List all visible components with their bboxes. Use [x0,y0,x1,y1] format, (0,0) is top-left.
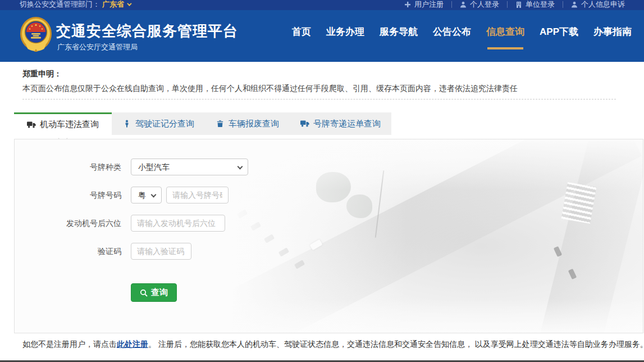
building-icon [515,1,522,8]
violation-query-panel: 号牌种类 小型汽车 号牌号码 粤 发动机号后六位 [14,139,643,333]
user-register-label: 用户注册 [414,0,444,10]
plate-number-label: 号牌号码 [15,187,121,203]
nav-item-handling-guide[interactable]: 办事指南 [593,26,632,38]
tab-vehicle-scrap-query[interactable]: 车辆报废查询 [205,112,290,135]
engine-number-input[interactable] [131,215,225,232]
truck-icon [27,121,36,129]
department-switcher: 切换公安交通管理部门： 广东省 [20,0,130,10]
province-prefix-select[interactable]: 粤 [131,187,162,203]
site-header: 交通安全综合服务管理平台 广东省公安厅交通管理局 首页 业务办理 服务导航 公告… [0,10,644,62]
personal-login-link[interactable]: 个人登录 [452,0,507,10]
account-links: 用户注册 个人登录 单位登录 个人信息申诉 [396,0,633,10]
tab-label: 号牌寄递运单查询 [313,119,381,129]
background-photo [216,139,643,333]
main-navigation: 首页 业务办理 服务导航 公告公布 信息查询 APP下载 办事指南 [292,26,632,38]
chevron-down-icon [237,164,243,170]
plus-icon [404,1,411,8]
plate-type-value: 小型汽车 [138,162,170,171]
tab-license-points-query[interactable]: 驾驶证记分查询 [112,112,205,135]
province-prefix-value: 粤 [138,191,146,200]
police-badge-logo [19,16,53,53]
user-icon [460,1,467,8]
nav-item-business[interactable]: 业务办理 [326,26,364,38]
unit-login-label: 单位登录 [526,0,555,10]
photo-shape [216,299,643,333]
chevron-down-icon [127,1,131,6]
trash-icon [216,120,225,128]
tab-label: 车辆报废查询 [229,119,279,129]
tab-label: 驾驶证记分查询 [135,119,194,129]
user-register-link[interactable]: 用户注册 [396,0,451,10]
site-subtitle: 广东省公安厅交通管理局 [57,42,138,52]
site-title: 交通安全综合服务管理平台 [56,21,238,41]
region-name: 广东省 [102,0,124,10]
query-button[interactable]: 查询 [131,283,177,302]
dashed-divider [22,99,616,99]
nav-item-app-download[interactable]: APP下载 [540,26,578,38]
tab-plate-delivery-query[interactable]: 号牌寄递运单查询 [290,112,391,135]
query-button-label: 查询 [151,287,168,298]
notice-title: 郑重申明： [22,69,62,79]
note-suffix: 。 注册后，您能获取您本人的机动车、驾驶证状态信息，交通违法信息和交通安全告知信… [148,340,644,349]
unit-login-link[interactable]: 单位登录 [508,0,563,10]
personal-login-label: 个人登录 [470,0,499,10]
top-utility-bar: 切换公安交通管理部门： 广东省 用户注册 个人登录 [0,0,644,10]
captcha-input[interactable] [131,243,191,260]
nav-item-home[interactable]: 首页 [292,26,311,38]
tab-label: 机动车违法查询 [40,119,99,130]
registration-note: 如您不是注册用户，请点击此处注册。 注册后，您能获取您本人的机动车、驾驶证状态信… [22,340,644,350]
query-tabs: 机动车违法查询 驾驶证记分查询 车辆报废查询 号牌寄递运单查询 [14,112,391,135]
plate-number-input[interactable] [166,187,229,203]
search-icon [140,289,148,297]
tab-vehicle-violation-query[interactable]: 机动车违法查询 [14,112,112,135]
note-prefix: 如您不是注册用户，请点击 [22,340,117,349]
personal-appeal-label: 个人信息申诉 [581,0,625,10]
register-here-link[interactable]: 此处注册 [117,340,148,349]
nav-item-info-query[interactable]: 信息查询 [486,26,524,38]
traffic-service-page: 切换公安交通管理部门： 广东省 用户注册 个人登录 [0,0,644,362]
nav-item-announcements[interactable]: 公告公布 [433,26,471,38]
truck-icon [300,120,309,128]
user-icon [571,1,578,8]
switch-department-label: 切换公安交通管理部门： [20,0,100,10]
region-selector[interactable]: 广东省 [102,0,130,10]
plate-type-select[interactable]: 小型汽车 [131,159,248,175]
personal-appeal-link[interactable]: 个人信息申诉 [563,0,633,10]
person-icon [122,120,131,128]
engine-number-label: 发动机号后六位 [15,215,121,232]
chevron-down-icon [151,192,157,198]
captcha-label: 验证码 [15,243,121,260]
nav-item-service-guide[interactable]: 服务导航 [380,26,418,38]
notice-body: 本页面公布信息仅限于公众在线自助查询，单次使用，任何个人和组织不得通过任何手段爬… [22,84,518,94]
plate-type-label: 号牌种类 [15,159,121,175]
